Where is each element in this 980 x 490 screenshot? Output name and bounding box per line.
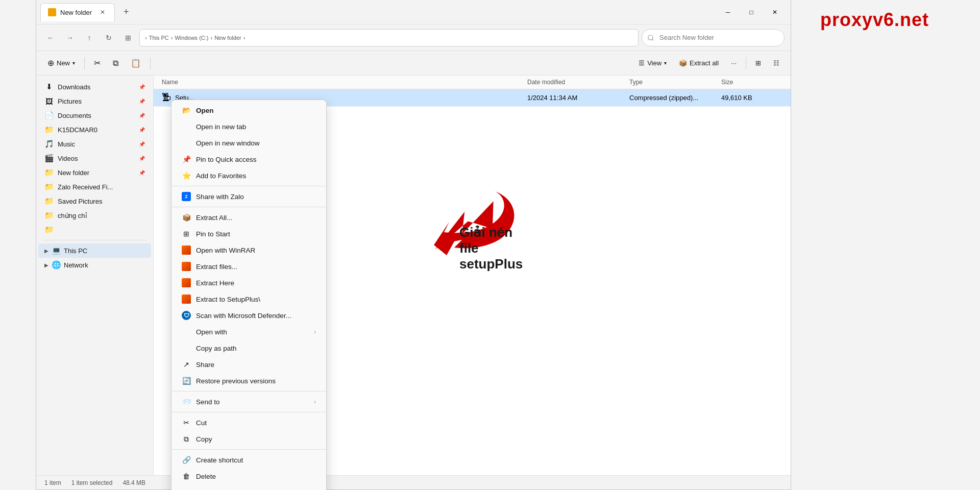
ctx-send-to-label: Send to [196,398,220,406]
ctx-extract-here[interactable]: Extract Here [172,275,326,291]
ctx-create-shortcut[interactable]: 🔗 Create shortcut [172,452,326,468]
ctx-share-zalo-label: Share with Zalo [196,193,244,201]
documents-pin: 📌 [139,113,145,118]
ctx-copy-as-path[interactable]: Copy as path [172,340,326,356]
breadcrumb[interactable]: › This PC › Windows (C:) › New folder › [139,29,639,46]
sidebar-item-unnamed[interactable]: 📁 [38,223,151,237]
sidebar-music-label: Music [58,140,75,148]
layout-button-2[interactable]: ☷ [768,57,785,69]
ctx-extract-to-icon [182,295,191,304]
ctx-open[interactable]: 📂 Open [172,102,326,118]
ctx-send-to[interactable]: 📨 Send to › [172,394,326,410]
ctx-open-with[interactable]: Open with › [172,324,326,340]
ctx-sep-5 [172,449,326,450]
minimize-button[interactable]: ─ [716,4,740,20]
paste-button[interactable]: 📋 [126,56,146,70]
layout-button-1[interactable]: ⊞ [750,57,766,69]
tab-folder-icon [48,8,56,16]
network-icon: 🌐 [52,260,61,270]
ctx-pin-quick-access[interactable]: 📌 Pin to Quick access [172,151,326,167]
ctx-add-favorites-icon: ⭐ [182,171,191,180]
breadcrumb-folder[interactable]: New folder [214,35,241,41]
new-button[interactable]: ⊕ New ▾ [42,56,80,70]
ctx-copy[interactable]: ⧉ Copy [172,431,326,447]
ctx-rename[interactable]: ✏ Rename [172,484,326,490]
ctx-open-new-tab[interactable]: Open in new tab [172,118,326,135]
tab-close-button[interactable]: ✕ [98,8,107,17]
videos-pin: 📌 [139,156,145,161]
sidebar-item-pictures[interactable]: 🖼 Pictures 📌 [38,94,151,108]
sidebar: ⬇ Downloads 📌 🖼 Pictures 📌 📄 Documents 📌… [36,76,154,475]
sidebar-item-music[interactable]: 🎵 Music 📌 [38,137,151,151]
col-type-header[interactable]: Type [629,79,721,86]
sidebar-item-saved-pictures[interactable]: 📁 Saved Pictures [38,194,151,208]
ctx-restore-versions[interactable]: 🔄 Restore previous versions [172,373,326,389]
ctx-extract-here-icon [182,278,191,287]
close-button[interactable]: ✕ [763,4,787,20]
maximize-button[interactable]: □ [740,4,763,20]
up-button[interactable]: ↑ [81,30,97,46]
ctx-add-favorites[interactable]: ⭐ Add to Favorites [172,167,326,184]
address-icon-button[interactable]: ⊞ [120,30,136,46]
refresh-button[interactable]: ↻ [101,30,117,46]
content-area: ⬇ Downloads 📌 🖼 Pictures 📌 📄 Documents 📌… [36,76,791,475]
ctx-cut[interactable]: ✂ Cut [172,414,326,431]
sidebar-section-network[interactable]: ▶ 🌐 Network [38,258,151,272]
ctx-extract-files[interactable]: Extract files... [172,258,326,275]
ctx-extract-to[interactable]: Extract to SetupPlus\ [172,291,326,307]
col-modified-header[interactable]: Date modified [527,79,629,86]
add-tab-button[interactable]: + [119,5,133,19]
ctx-share-zalo[interactable]: Z Share with Zalo [172,188,326,205]
ctx-open-with-arrow: › [314,329,316,335]
ctx-open-winrar-label: Open with WinRAR [196,247,255,254]
search-input[interactable] [642,29,785,46]
col-size-header[interactable]: Size [721,79,782,86]
ctx-extract-files-label: Extract files... [196,263,237,271]
sidebar-item-k15dcmar0[interactable]: 📁 K15DCMAR0 📌 [38,122,151,137]
new-folder-icon: 📁 [44,168,54,177]
ctx-restore-icon: 🔄 [182,376,191,385]
view-button[interactable]: ☰ View ▾ [633,57,672,69]
ctx-send-to-arrow: › [314,399,316,405]
sidebar-item-new-folder[interactable]: 📁 New folder 📌 [38,165,151,180]
documents-icon: 📄 [44,111,54,120]
ctx-open-new-window[interactable]: Open in new window [172,135,326,151]
ctx-winrar-icon [182,246,191,255]
sidebar-saved-pictures-label: Saved Pictures [58,198,102,205]
forward-button[interactable]: → [62,30,78,46]
saved-pictures-icon: 📁 [44,197,54,206]
ctx-open-with-label: Open with [196,328,227,336]
ctx-extract-all[interactable]: 📦 Extract All... [172,209,326,226]
sidebar-item-documents[interactable]: 📄 Documents 📌 [38,108,151,122]
col-name-header[interactable]: Name [162,79,527,86]
sidebar-item-videos[interactable]: 🎬 Videos 📌 [38,151,151,165]
ctx-restore-versions-label: Restore previous versions [196,377,276,385]
view-label: View [647,59,662,67]
ctx-delete[interactable]: 🗑 Delete [172,468,326,484]
sidebar-videos-label: Videos [58,155,78,162]
sidebar-item-downloads[interactable]: ⬇ Downloads 📌 [38,80,151,94]
ctx-scan-defender[interactable]: 🛡 Scan with Microsoft Defender... [172,307,326,324]
sidebar-item-chung-chi[interactable]: 📁 chứng chỉ [38,208,151,223]
ctx-share[interactable]: ↗ Share [172,356,326,373]
back-button[interactable]: ← [42,30,59,46]
copy-button[interactable]: ⧉ [108,56,124,70]
sidebar-new-folder-label: New folder [58,169,89,177]
breadcrumb-windows[interactable]: Windows (C:) [175,35,208,41]
ctx-defender-icon: 🛡 [182,311,191,320]
ctx-send-to-icon: 📨 [182,397,191,406]
file-modified: 1/2024 11:34 AM [527,94,629,102]
breadcrumb-thispc[interactable]: This PC [149,35,169,41]
sidebar-item-zalo-received[interactable]: 📁 Zalo Received Fi... [38,180,151,194]
sidebar-section-this-pc[interactable]: ▶ 💻 This PC [38,243,151,258]
extract-all-button[interactable]: 📦 Extract all [674,57,724,69]
cut-button[interactable]: ✂ [89,56,106,70]
active-tab[interactable]: New folder ✕ [40,3,115,21]
breadcrumb-sep1: › [171,35,173,41]
ctx-pin-start[interactable]: ⊞ Pin to Start [172,226,326,242]
more-button[interactable]: ··· [726,57,742,69]
ctx-open-winrar[interactable]: Open with WinRAR [172,242,326,258]
status-size: 48.4 MB [122,479,145,486]
sidebar-k15dcmar0-label: K15DCMAR0 [58,126,97,134]
ctx-rename-icon: ✏ [182,488,191,490]
